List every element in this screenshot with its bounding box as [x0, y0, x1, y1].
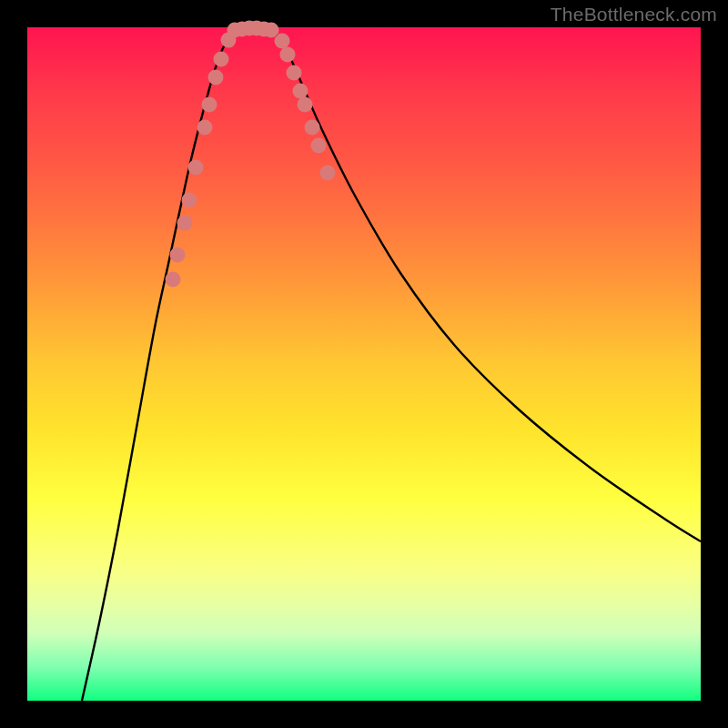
data-point-marker [320, 166, 336, 181]
data-point-marker [182, 193, 197, 208]
chart-stage: TheBottleneck.com [0, 0, 728, 728]
data-point-marker [208, 70, 224, 86]
right-curve [271, 29, 701, 541]
watermark-text: TheBottleneck.com [551, 4, 717, 25]
data-point-marker [280, 47, 296, 63]
data-point-marker [305, 120, 320, 136]
floor-dots-group [228, 21, 279, 38]
curve-layer [82, 29, 701, 701]
data-point-marker [264, 23, 279, 38]
data-point-marker [170, 248, 186, 263]
plot-area [27, 27, 701, 701]
data-point-marker [287, 66, 302, 81]
data-point-marker [166, 272, 181, 288]
chart-svg [27, 27, 701, 701]
data-point-marker [298, 97, 313, 113]
data-point-marker [188, 160, 204, 176]
data-point-marker [311, 138, 327, 154]
right-dots-group [275, 34, 336, 181]
left-curve [82, 29, 237, 701]
data-point-marker [293, 84, 308, 99]
left-dots-group [166, 33, 237, 288]
data-point-marker [275, 34, 290, 49]
data-point-marker [202, 97, 217, 113]
data-point-marker [177, 216, 193, 231]
data-point-marker [214, 52, 229, 67]
data-point-marker [197, 120, 213, 136]
